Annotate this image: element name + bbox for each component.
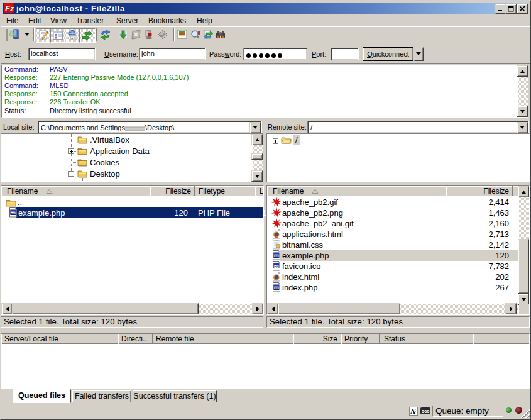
svg-text:A: A	[410, 407, 415, 415]
svg-text:Fz: Fz	[5, 4, 14, 13]
svg-text:500: 500	[422, 409, 430, 414]
